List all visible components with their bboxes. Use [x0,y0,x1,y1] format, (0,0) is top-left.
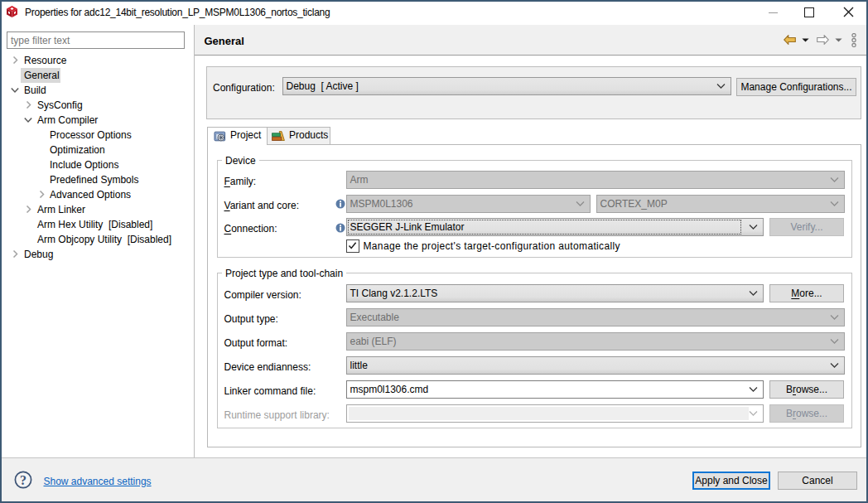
svg-text:?: ? [20,473,27,487]
